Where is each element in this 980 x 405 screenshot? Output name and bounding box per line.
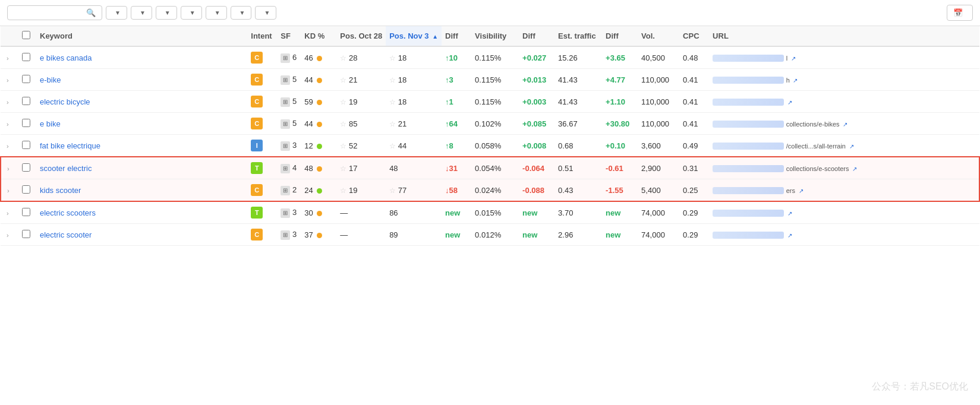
external-link-icon[interactable]: ↗	[787, 210, 792, 217]
external-link-icon[interactable]: ↗	[787, 232, 792, 239]
kd-dot	[317, 233, 322, 238]
cpc-cell: 0.29	[679, 201, 709, 224]
est-traffic-cell: 15.26	[554, 46, 602, 69]
kd-cell: 24	[301, 179, 336, 202]
filter-input-wrap[interactable]: 🔍	[7, 5, 102, 20]
keyword-cell: e bike	[36, 113, 247, 135]
keyword-cell: electric scooter	[36, 224, 247, 246]
row-checkbox[interactable]	[22, 53, 30, 61]
keyword-cell: fat bike electrique	[36, 135, 247, 157]
est-diff-value: new	[606, 208, 620, 217]
est-diff-cell: -0.61	[602, 157, 638, 179]
keyword-link[interactable]: electric bicycle	[40, 97, 90, 106]
keyword-link[interactable]: fat bike electrique	[40, 141, 100, 150]
row-checkbox[interactable]	[22, 230, 30, 238]
checkbox-cell	[18, 224, 36, 246]
kd-cell: 44	[301, 113, 336, 135]
keyword-link[interactable]: electric scooter	[40, 230, 92, 239]
diff-value: ↑64	[445, 119, 458, 128]
pos-nov3-cell: ☆ 18	[386, 91, 442, 113]
vis-diff-cell: new	[519, 224, 554, 246]
external-link-icon[interactable]: ↗	[852, 166, 857, 172]
est-traffic-cell: 0.51	[554, 157, 602, 179]
url-text: /collecti...s/all-terrain	[786, 143, 846, 150]
col-est-diff: Diff	[602, 26, 638, 46]
external-link-icon[interactable]: ↗	[843, 121, 847, 128]
col-kd: KD %	[301, 26, 336, 46]
sf-cell: ⊞ 5	[277, 91, 301, 113]
expand-button[interactable]: ›	[5, 165, 12, 172]
diff-cell: ↑3	[442, 69, 471, 91]
top-positions-dropdown[interactable]: ▼	[106, 6, 127, 20]
tags-dropdown[interactable]: ▼	[156, 6, 177, 20]
expand-button[interactable]: ›	[5, 187, 12, 194]
expand-cell: ›	[1, 179, 18, 202]
external-link-icon[interactable]: ↗	[793, 77, 798, 84]
date-range-button[interactable]: 📅	[947, 5, 973, 21]
diff-value: ↑3	[445, 75, 453, 84]
keyword-link[interactable]: e bike	[40, 119, 61, 128]
expand-button[interactable]: ›	[4, 77, 11, 84]
external-link-icon[interactable]: ↗	[799, 188, 803, 194]
row-checkbox[interactable]	[22, 75, 30, 83]
keyword-link[interactable]: e-bike	[40, 75, 61, 84]
col-intent: Intent	[247, 26, 277, 46]
intent-badge: C	[251, 229, 263, 241]
row-checkbox[interactable]	[22, 208, 30, 216]
keyword-cell: electric bicycle	[36, 91, 247, 113]
star-icon: ☆	[389, 76, 396, 84]
volume-cell: 3,600	[638, 135, 679, 157]
expand-button[interactable]: ›	[4, 55, 11, 62]
col-vis-diff: Diff	[519, 26, 554, 46]
external-link-icon[interactable]: ↗	[787, 99, 792, 106]
kd-dot	[317, 166, 322, 172]
sf-cell: ⊞ 3	[277, 135, 301, 157]
vis-diff-value: +0.013	[522, 75, 546, 84]
intent-cell: C	[247, 46, 277, 69]
expand-button[interactable]: ›	[4, 121, 11, 128]
diff-cell: ↑64	[442, 113, 471, 135]
row-checkbox[interactable]	[22, 163, 30, 172]
est-diff-cell: +3.65	[602, 46, 638, 69]
table-row: ›electric scooterC⊞ 337 —89new0.012%new2…	[1, 224, 979, 246]
expand-button[interactable]: ›	[4, 143, 11, 150]
url-text: ers	[786, 187, 795, 194]
expand-button[interactable]: ›	[4, 210, 11, 217]
intent-dropdown[interactable]: ▼	[181, 6, 202, 20]
visibility-cell: 0.115%	[471, 91, 519, 113]
external-link-icon[interactable]: ↗	[791, 55, 796, 62]
expand-button[interactable]: ›	[4, 99, 11, 106]
kd-dot	[317, 78, 322, 83]
pos-nov3-cell: ☆ 44	[386, 135, 442, 157]
serp-features-dropdown[interactable]: ▼	[131, 6, 152, 20]
keyword-cell: e-bike	[36, 69, 247, 91]
visibility-cell: 0.058%	[471, 135, 519, 157]
vis-diff-value: -0.064	[522, 164, 544, 173]
keyword-link[interactable]: scooter electric	[40, 164, 92, 173]
intent-badge: T	[251, 207, 263, 219]
intent-cell: I	[247, 135, 277, 157]
row-checkbox[interactable]	[22, 97, 30, 105]
col-pos-nov3[interactable]: Pos. Nov 3 ▲	[386, 26, 442, 46]
search-input[interactable]	[12, 8, 84, 17]
keyword-link[interactable]: electric scooters	[40, 208, 96, 217]
row-checkbox[interactable]	[22, 119, 30, 127]
kd-dropdown[interactable]: ▼	[231, 6, 252, 20]
sf-cell: ⊞ 2	[277, 179, 301, 202]
kd-dot	[317, 144, 322, 149]
est-diff-cell: +1.10	[602, 91, 638, 113]
advanced-filters-dropdown[interactable]: ▼	[255, 6, 276, 20]
intent-badge: I	[251, 140, 263, 151]
diff-cell: new	[442, 224, 471, 246]
keyword-cell: electric scooters	[36, 201, 247, 224]
volume-dropdown[interactable]: ▼	[206, 6, 227, 20]
external-link-icon[interactable]: ↗	[849, 143, 854, 150]
sf-cell: ⊞ 5	[277, 113, 301, 135]
keyword-link[interactable]: e bikes canada	[40, 53, 92, 62]
table-header-row: Keyword Intent SF KD % Pos. Oct 28 Pos. …	[1, 26, 979, 46]
keyword-link[interactable]: kids scooter	[40, 186, 81, 195]
expand-button[interactable]: ›	[4, 232, 11, 239]
row-checkbox[interactable]	[22, 185, 30, 194]
row-checkbox[interactable]	[22, 141, 30, 149]
select-all-checkbox[interactable]	[22, 31, 30, 39]
